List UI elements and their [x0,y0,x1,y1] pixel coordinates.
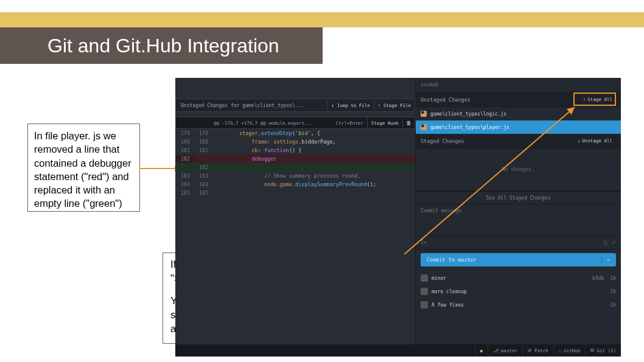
slide-title: Git and Git.Hub Integration [47,35,279,57]
see-all-staged-label: See All Staged Changes [486,195,551,201]
line-number-old: 181 [175,147,194,153]
slide-title-band: Git and Git.Hub Integration [0,27,323,64]
hunk-header: @@ -179,7 +179,7 @@ module.export... Ctr… [175,117,415,129]
amend-icon[interactable]: □ [604,240,607,245]
stage-hunk-button[interactable]: Stage Hunk [367,118,402,128]
file-modified-icon [421,124,427,130]
unstaged-file-path: game\client_types\player.js [430,125,509,130]
commit-button-label: Commit to master [427,257,477,263]
diff-toolbar: Unstaged Changes for game\client_types\.… [175,99,415,112]
staged-title: Staged Changes [421,138,464,144]
line-number-old: 184 [175,181,194,187]
line-number-new: 180 [194,139,212,145]
history-commit[interactable]: more cleanup1h [416,285,621,298]
staged-header: Staged Changes ⇣ Unstage All [416,134,621,148]
avatar [421,288,428,295]
diff-file-label: Unstaged Changes for game\client_types\.… [176,103,309,108]
commit-split-icon[interactable]: ⋯ [601,257,610,263]
editor-panel: Unstaged Changes for game\client_types\.… [175,78,621,357]
callout-playerjs: In file player. js we removed a line tha… [27,124,140,212]
diff-line[interactable]: 182 [175,163,415,172]
stage-all-icon: ⇡ [583,97,586,102]
status-git-files[interactable]: ⧉ Git (2) [585,344,621,357]
unstaged-file-path: game\client_types\logic.js [430,111,506,117]
commit-branch-indicator: 1+ [421,240,427,245]
line-text: // Show summary previous round. [212,173,415,179]
hunk-shortcut: Ctrl+Enter [332,118,367,128]
history-age: 1h [610,289,616,294]
commit-message-placeholder: Commit message [421,208,461,214]
stage-all-button[interactable]: ⇡ Stage All [579,95,616,104]
diff-line[interactable]: 185185 [175,189,415,197]
stage-file-button[interactable]: ⇡ Stage File [374,100,415,111]
diff-line[interactable]: 184184 node.game.displaySummaryPrevRound… [175,180,415,189]
status-bar: ● ⎇ master ⟳ Fetch ◌ GitHub ⧉ Git (2) [175,344,621,357]
arrow-to-diff [139,168,176,169]
history-msg: A few fixes [432,302,464,308]
history-msg: more cleanup [432,289,467,294]
diff-line[interactable]: 182 debugger [175,155,415,163]
staged-empty: No changes. [416,148,621,191]
unstage-all-button[interactable]: ⇣ Unstage All [574,136,616,145]
line-number-old: 185 [175,190,194,196]
line-number-new: 183 [194,173,212,179]
avatar [421,301,428,308]
diff-line[interactable]: 183183 // Show summary previous round. [175,172,415,180]
commit-message-input[interactable]: Commit message [416,204,621,236]
line-number-old: 179 [175,130,194,136]
stage-all-label: Stage All [587,97,612,102]
history-age: 1h [610,302,616,308]
slide-gold-bar [0,12,644,27]
status-branch[interactable]: ⎇ master [488,344,522,357]
line-number-old: 183 [175,173,194,179]
unstage-all-icon: ⇣ [578,138,581,144]
callout-playerjs-text: In file player. js we removed a line tha… [34,130,131,209]
line-text: stager.extendStep('bid', { [212,130,415,136]
line-text [212,164,415,170]
commit-history: minorb9db1hmore cleanup1hA few fixes1h [416,270,621,312]
git-sidebar: socmob Unstaged Changes ⇡ Stage All game… [415,78,621,357]
status-fetch-button[interactable]: ⟳ Fetch [522,344,553,357]
see-all-staged-button[interactable]: See All Staged Changes [416,191,621,204]
staged-empty-text: No changes. [502,167,534,172]
line-number-old: 180 [175,139,194,145]
line-number-new: 184 [194,181,212,187]
line-number-new: 185 [194,190,212,196]
status-diff-indicator[interactable]: ● [475,344,488,357]
line-number-new: 182 [194,164,212,170]
unstaged-title: Unstaged Changes [421,97,471,103]
line-text: cb: function() { [212,147,415,153]
commit-meta-bar: 1+ □ ⤢ [416,236,621,249]
commit-button[interactable]: Commit to master ⋯ [421,253,616,266]
file-modified-icon [421,111,427,117]
discard-hunk-button[interactable]: 🗑 [402,118,415,128]
diff-line[interactable]: 181181 cb: function() { [175,146,415,155]
hunk-range: @@ -179,7 +179,7 @@ module.export... [214,120,313,126]
expand-icon[interactable]: ⤢ [612,240,616,245]
history-msg: minor [432,276,446,281]
history-hash: b9db [592,276,604,281]
unstaged-header: Unstaged Changes ⇡ Stage All [416,92,621,107]
unstage-all-label: Unstage All [582,138,612,144]
repo-search-text: socmob [421,82,438,88]
diff-line[interactable]: 180180 frame: settings.bidderPage, [175,137,415,146]
line-text: node.game.displaySummaryPrevRound(); [212,181,415,187]
status-github-button[interactable]: ◌ GitHub [553,344,586,357]
history-commit[interactable]: minorb9db1h [416,271,621,285]
unstaged-file[interactable]: game\client_types\player.js [416,120,621,134]
line-number-new: 181 [194,147,212,153]
diff-line[interactable]: 179179 stager.extendStep('bid', { [175,129,415,137]
line-text: frame: settings.bidderPage, [212,139,415,145]
unstaged-file[interactable]: game\client_types\logic.js [416,107,621,120]
jump-to-file-button[interactable]: ↕ Jump to File [327,100,374,111]
line-number-new: 179 [194,130,212,136]
history-commit[interactable]: A few fixes1h [416,298,621,312]
avatar [421,274,428,282]
repo-search[interactable]: socmob [416,78,621,92]
line-number-old: 182 [175,156,194,162]
line-text: debugger [212,156,415,162]
diff-code: 179179 stager.extendStep('bid', {180180 … [175,129,415,197]
history-age: 1h [610,276,616,281]
